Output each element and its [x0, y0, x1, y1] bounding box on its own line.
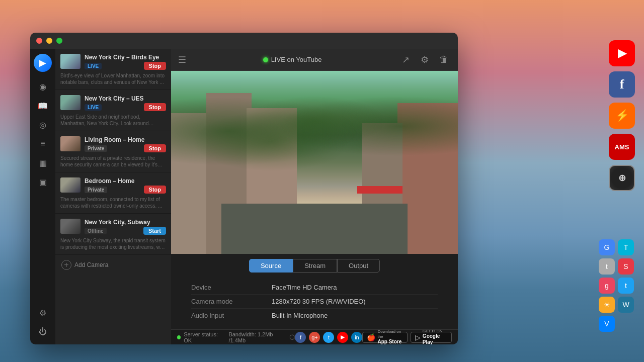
- sidebar-icon-settings[interactable]: ⚙: [35, 305, 50, 320]
- apple-icon: 🍎: [367, 333, 375, 341]
- social-icons-bar: f g+ t ▶ in: [295, 332, 362, 343]
- camera-item-header: New York City, Subway Offline Start: [60, 219, 166, 235]
- camera-description: The master bedroom, connected to my list…: [60, 196, 166, 209]
- mini-icon-s[interactable]: S: [618, 258, 634, 275]
- share-icon[interactable]: ↗: [398, 53, 413, 67]
- street: [221, 204, 408, 254]
- camera-item-header: New York City – UES LIVE Stop: [60, 95, 166, 111]
- sidebar-icon-location[interactable]: ◎: [35, 117, 50, 132]
- camera-mode-label: Camera mode: [191, 298, 272, 305]
- social-google[interactable]: g+: [309, 332, 320, 343]
- camera-item-header: Living Room – Home Private Stop: [60, 136, 166, 152]
- camera-thumbnail: [60, 177, 80, 193]
- camera-item[interactable]: New York City – UES LIVE Stop Upper East…: [55, 90, 171, 131]
- camera-status-row: LIVE Stop: [85, 103, 166, 111]
- right-dock: ▶ f ⚡ AMS ⊕: [609, 40, 635, 191]
- live-dot-indicator: [263, 57, 268, 62]
- social-linkedin[interactable]: in: [351, 332, 362, 343]
- mini-icon-twitter[interactable]: t: [618, 278, 634, 294]
- stop-button[interactable]: Stop: [144, 62, 166, 70]
- app-body: ▶ ◉ 📖 ◎ ≡ ▦ ▣ ⚙ ⏻ New York City – Birds …: [30, 49, 458, 344]
- s5-dock-icon[interactable]: ⊕: [609, 165, 635, 191]
- tab-output[interactable]: Output: [337, 259, 380, 273]
- tab-stream[interactable]: Stream: [293, 259, 337, 273]
- social-youtube[interactable]: ▶: [337, 332, 348, 343]
- google-play-icon: ▷: [415, 333, 421, 341]
- main-area: ☰ LIVE on YouTube ↗ ⚙ 🗑: [171, 49, 458, 344]
- sidebar-icon-map[interactable]: ◉: [35, 79, 50, 94]
- sidebar-icon-power[interactable]: ⏻: [35, 324, 50, 339]
- server-status-text: Server status: OK: [184, 331, 222, 343]
- camera-description: Secured stream of a private residence, t…: [60, 155, 166, 168]
- ams-label: AMS: [615, 143, 629, 151]
- app-logo[interactable]: ▶: [34, 54, 52, 72]
- traffic-light-maximize[interactable]: [56, 38, 62, 44]
- social-twitter[interactable]: t: [323, 332, 334, 343]
- ams-dock-icon[interactable]: AMS: [609, 134, 635, 160]
- sidebar-icon-list[interactable]: ≡: [35, 136, 50, 151]
- sidebar-icon-video[interactable]: ▣: [35, 174, 50, 190]
- device-label: Device: [191, 284, 272, 291]
- traffic-light-minimize[interactable]: [46, 38, 52, 44]
- mini-icon-v[interactable]: V: [599, 316, 615, 332]
- youtube-dock-icon[interactable]: ▶: [609, 40, 635, 66]
- camera-description: New York City Subway, the rapid transit …: [60, 237, 166, 250]
- server-status-dot: [177, 335, 181, 339]
- camera-item-header: New York City – Birds Eye LIVE Stop: [60, 54, 166, 70]
- camera-thumbnail: [60, 54, 80, 69]
- status-bar: Server status: OK Bandwidth: 1.2Mb /1.4M…: [171, 329, 458, 344]
- camera-description: Bird's-eye view of Lower Manhattan, zoom…: [60, 72, 166, 85]
- audio-value: Built-in Microphone: [272, 312, 328, 319]
- mini-icon-y[interactable]: ☀: [599, 297, 615, 313]
- delete-icon[interactable]: 🗑: [437, 53, 451, 67]
- mini-icon-trello[interactable]: T: [618, 239, 634, 255]
- google-play-badge[interactable]: ▷ GET IT ON Google Play: [411, 332, 452, 343]
- s5-icon: ⊕: [618, 172, 626, 184]
- mini-icon-g2[interactable]: g: [599, 278, 615, 294]
- add-camera-button[interactable]: + Add Camera: [55, 255, 171, 275]
- bandwidth-text: Bandwidth: 1.2Mb /1.4Mb: [228, 331, 284, 343]
- social-facebook[interactable]: f: [295, 332, 306, 343]
- bottom-panel: Source Stream Output Device FaceTime HD …: [171, 254, 458, 329]
- camera-item[interactable]: Living Room – Home Private Stop Secured …: [55, 131, 171, 172]
- camera-item[interactable]: Bedroom – Home Private Stop The master b…: [55, 172, 171, 214]
- facebook-dock-icon[interactable]: f: [609, 71, 635, 98]
- device-info: Device FaceTime HD Camera Camera mode 12…: [171, 277, 458, 329]
- app-store-text: Download on the App Store: [377, 329, 403, 344]
- stop-button[interactable]: Stop: [144, 103, 166, 111]
- store-badges: 🍎 Download on the App Store ▷ GET IT ON …: [362, 332, 452, 343]
- camera-item-header: Bedroom – Home Private Stop: [60, 177, 166, 194]
- bottom-right-mini-dock: G T t S g t ☀ W V: [599, 239, 639, 332]
- stop-button[interactable]: Stop: [144, 186, 166, 194]
- title-bar: [30, 33, 458, 49]
- camera-status-row: LIVE Stop: [85, 62, 166, 70]
- camera-name: New York City – UES: [85, 95, 166, 102]
- video-scene: [171, 71, 458, 254]
- app-store-badge[interactable]: 🍎 Download on the App Store: [362, 332, 407, 343]
- mini-icon-t2[interactable]: t: [599, 258, 615, 275]
- mini-icon-google[interactable]: G: [599, 239, 615, 255]
- device-value: FaceTime HD Camera: [272, 284, 337, 291]
- server-status: Server status: OK Bandwidth: 1.2Mb /1.4M…: [177, 331, 295, 343]
- tab-row: Source Stream Output: [171, 254, 458, 277]
- tab-source[interactable]: Source: [249, 259, 293, 273]
- traffic-light-close[interactable]: [36, 38, 42, 44]
- camera-info: New York City, Subway Offline Start: [85, 219, 166, 235]
- live-indicator: LIVE on YouTube: [263, 56, 322, 63]
- info-row-camera-mode: Camera mode 644x362 30 FPS (RAWVIDEO): [191, 295, 438, 309]
- settings-icon[interactable]: ⚙: [418, 53, 432, 67]
- mini-icon-wp[interactable]: W: [618, 297, 634, 313]
- sidebar-icon-grid[interactable]: ▦: [35, 155, 50, 170]
- start-button[interactable]: Start: [143, 227, 166, 235]
- tree-overlay: [171, 71, 458, 171]
- menu-icon[interactable]: ☰: [178, 54, 186, 65]
- camera-thumbnail: [60, 219, 80, 234]
- thunder-icon: ⚡: [615, 109, 629, 122]
- thunder-dock-icon[interactable]: ⚡: [609, 103, 635, 129]
- stop-button[interactable]: Stop: [144, 144, 166, 152]
- sidebar-icon-book[interactable]: 📖: [35, 98, 50, 113]
- camera-item[interactable]: New York City, Subway Offline Start New …: [55, 214, 171, 255]
- camera-item[interactable]: New York City – Birds Eye LIVE Stop Bird…: [55, 49, 171, 90]
- youtube-icon: ▶: [618, 47, 626, 60]
- audio-label: Audio input: [191, 312, 272, 319]
